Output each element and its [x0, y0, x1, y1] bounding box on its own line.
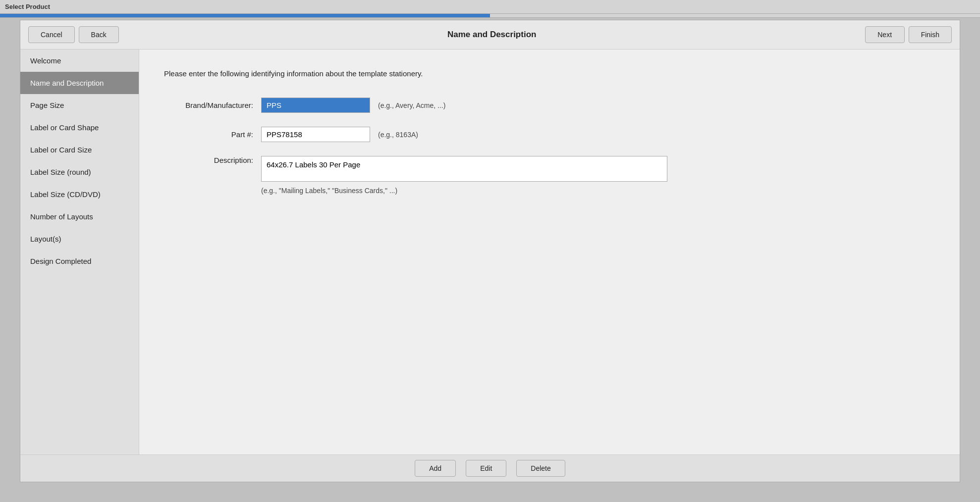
progress-bar-fill	[0, 14, 490, 17]
finish-button[interactable]: Finish	[909, 26, 952, 43]
sidebar-item-label-or-card-size[interactable]: Label or Card Size	[20, 139, 139, 161]
brand-label: Brand/Manufacturer:	[164, 101, 253, 109]
dialog-header: Cancel Back Name and Description Next Fi…	[20, 20, 960, 50]
sidebar-item-label-or-card-shape[interactable]: Label or Card Shape	[20, 116, 139, 139]
description-hint: (e.g., "Mailing Labels," "Business Cards…	[261, 187, 935, 195]
dialog-body: WelcomeName and DescriptionPage SizeLabe…	[20, 50, 960, 454]
cancel-button[interactable]: Cancel	[28, 26, 75, 43]
part-label: Part #:	[164, 130, 253, 139]
dialog-footer: Add Edit Delete	[20, 454, 960, 482]
dialog: Cancel Back Name and Description Next Fi…	[20, 20, 960, 482]
progress-bar-container	[0, 14, 980, 18]
description-section: Description: (e.g., "Mailing Labels," "B…	[164, 156, 935, 195]
window-title: Select Product	[5, 3, 50, 10]
intro-text: Please enter the following identifying i…	[164, 69, 935, 78]
sidebar-item-label-size-round[interactable]: Label Size (round)	[20, 161, 139, 183]
next-button[interactable]: Next	[865, 26, 905, 43]
back-button[interactable]: Back	[79, 26, 119, 43]
delete-button[interactable]: Delete	[516, 460, 565, 477]
outer-window: Select Product Cancel Back Name and Desc…	[0, 0, 980, 502]
sidebar: WelcomeName and DescriptionPage SizeLabe…	[20, 50, 139, 454]
part-row: Part #: (e.g., 8163A)	[164, 127, 935, 142]
sidebar-item-name-and-description[interactable]: Name and Description	[20, 72, 139, 94]
header-right-buttons: Next Finish	[865, 26, 952, 43]
sidebar-item-layouts[interactable]: Layout(s)	[20, 228, 139, 250]
dialog-title: Name and Description	[124, 30, 860, 40]
sidebar-item-label-size-cd-dvd[interactable]: Label Size (CD/DVD)	[20, 183, 139, 205]
add-button[interactable]: Add	[415, 460, 456, 477]
main-content: Please enter the following identifying i…	[139, 50, 960, 454]
part-hint: (e.g., 8163A)	[378, 131, 418, 139]
brand-row: Brand/Manufacturer: (e.g., Avery, Acme, …	[164, 98, 935, 113]
sidebar-item-page-size[interactable]: Page Size	[20, 94, 139, 116]
description-input[interactable]	[261, 156, 667, 182]
edit-button[interactable]: Edit	[466, 460, 506, 477]
brand-hint: (e.g., Avery, Acme, ...)	[378, 101, 445, 109]
brand-input[interactable]	[261, 98, 370, 113]
sidebar-item-design-completed[interactable]: Design Completed	[20, 250, 139, 272]
description-row: Description:	[164, 156, 935, 182]
sidebar-item-welcome[interactable]: Welcome	[20, 50, 139, 72]
window-title-bar: Select Product	[0, 0, 980, 14]
description-label: Description:	[164, 156, 253, 164]
header-left-buttons: Cancel Back	[28, 26, 119, 43]
part-input[interactable]	[261, 127, 370, 142]
sidebar-item-number-of-layouts[interactable]: Number of Layouts	[20, 205, 139, 228]
